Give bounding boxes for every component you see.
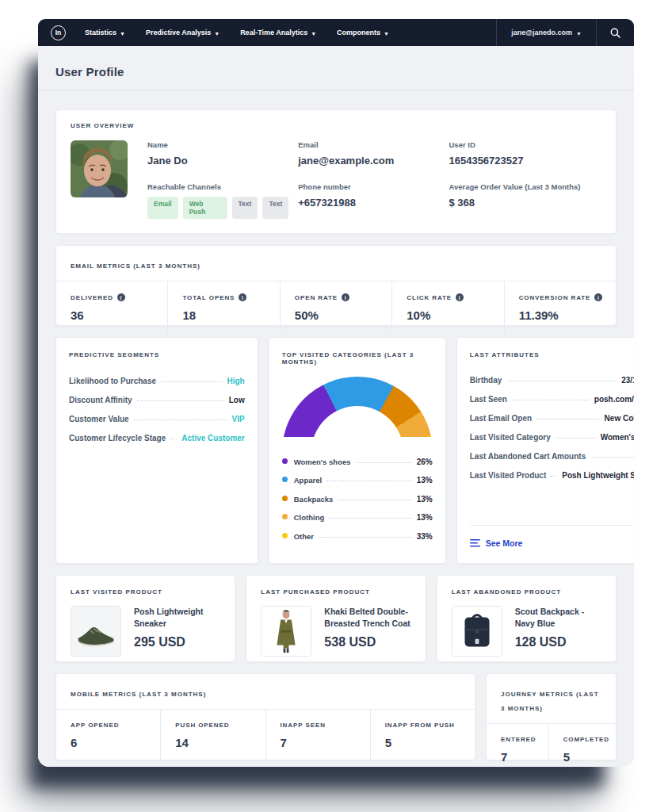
attribute-row: Last Email Open New Collection [470, 414, 634, 423]
gauge-legend: Women's shoes 26% Apparel 13% Backpacks [282, 458, 433, 551]
product-price: 295 USD [134, 635, 220, 649]
info-icon[interactable]: i [239, 293, 246, 301]
see-more-link[interactable]: See More [470, 538, 523, 548]
legend-item: Other 33% [282, 532, 433, 541]
section-label: JOURNEY METRICS (LAST 3 MONTHS) [501, 691, 599, 712]
field-phone: Phone number +657321988 [298, 182, 439, 219]
info-icon[interactable]: i [342, 293, 349, 301]
product-price: 128 USD [515, 635, 601, 649]
email-metrics-card: EMAIL METRICS (LAST 3 MONTHS) DELIVEREDi… [55, 245, 617, 326]
attribute-row: Last Seen posh.com/women [470, 395, 634, 404]
field-user-id: User ID 1654356723527 [449, 140, 601, 167]
legend-item: Women's shoes 26% [282, 458, 433, 466]
metric-click-rate: CLICK RATEi 10% [392, 282, 504, 336]
legend-bullet [282, 496, 288, 501]
channel-badge: Email [147, 197, 178, 219]
section-label: LAST ABANDONED PRODUCT [452, 588, 601, 596]
list-icon [470, 539, 480, 547]
dotted-leader [506, 381, 617, 381]
insider-logo[interactable]: In [51, 25, 66, 40]
section-label: LAST PURCHASED PRODUCT [261, 588, 410, 596]
chevron-down-icon: ▼ [311, 31, 316, 36]
product-name: Scout Backpack - Navy Blue [515, 606, 601, 630]
app-window: In Statistics ▼ Predictive Analysis ▼ Re… [38, 19, 634, 767]
metric-delivered: DELIVEREDi 36 [56, 282, 168, 336]
dotted-leader [170, 439, 177, 439]
legend-item: Backpacks 13% [282, 495, 433, 504]
channel-badge: Web Push [183, 197, 227, 219]
channel-badge: Text [232, 197, 258, 219]
search-icon [610, 28, 620, 38]
dotted-leader [134, 419, 227, 420]
attribute-row: Last Visited Category Women's Shoes [470, 433, 634, 442]
legend-bullet [282, 533, 288, 538]
nav-item-real-time-analytics[interactable]: Real-Time Analytics ▼ [240, 29, 316, 36]
segment-row: Likelihood to Purchase High [69, 377, 245, 385]
categories-gauge-chart [282, 377, 433, 437]
dotted-leader [551, 476, 557, 477]
section-label: MOBILE METRICS (LAST 3 MONTHS) [71, 691, 206, 698]
top-navbar: In Statistics ▼ Predictive Analysis ▼ Re… [38, 19, 634, 46]
metric-push-opened: PUSH OPENED 14 [161, 710, 265, 764]
nav-item-predictive-analysis[interactable]: Predictive Analysis ▼ [146, 29, 220, 36]
dotted-leader [356, 462, 412, 463]
chevron-down-icon: ▼ [384, 31, 389, 36]
user-overview-card: USER OVERVIEW [55, 109, 617, 234]
product-name: Khaki Belted Double-Breasted Trench Coat [324, 606, 410, 630]
product-price: 538 USD [324, 635, 410, 649]
legend-bullet [282, 458, 288, 464]
dotted-leader [338, 500, 411, 500]
page-title: User Profile [55, 46, 617, 90]
last-purchased-product-card: LAST PURCHASED PRODUCT [246, 575, 426, 662]
segment-row: Customer Value VIP [69, 415, 245, 423]
dotted-leader [319, 537, 412, 538]
channel-badge: Text [262, 197, 288, 219]
segment-row: Discount Affinity Low [69, 396, 245, 404]
metric-app-opened: APP OPENED 6 [56, 710, 161, 764]
metric-open-rate: OPEN RATEi 50% [281, 282, 392, 336]
attribute-row: Birthday 23/10/1991 [470, 376, 634, 385]
main-content: User Profile USER OVERVIEW [38, 46, 634, 767]
segment-row: Customer Lifecycle Stage Active Customer [69, 434, 245, 442]
field-email: Email jane@example.com [298, 140, 439, 167]
metric-entered: ENTERED 7 [487, 724, 549, 767]
field-name: Name Jane Do [147, 140, 288, 167]
trench-coat-image [261, 606, 311, 657]
dotted-leader [161, 381, 222, 382]
backpack-image [452, 606, 502, 657]
search-button[interactable] [596, 19, 634, 46]
field-average-order-value: Average Order Value (Last 3 Months) $ 36… [449, 182, 601, 219]
avatar-photo [71, 140, 128, 197]
metric-inapp-from-push: INAPP FROM PUSH 5 [371, 710, 475, 764]
journey-metrics-card: JOURNEY METRICS (LAST 3 MONTHS) ENTERED … [486, 673, 617, 760]
info-icon[interactable]: i [117, 293, 125, 301]
section-label: TOP VISITED CATEGORIES (LAST 3 MONTHS) [282, 351, 433, 366]
section-label: LAST ATTRIBUTES [470, 351, 634, 358]
legend-bullet [282, 514, 288, 519]
metric-inapp-seen: INAPP SEEN 7 [266, 710, 371, 764]
dotted-leader [512, 400, 590, 400]
section-label: EMAIL METRICS (LAST 3 MONTHS) [71, 262, 200, 270]
attribute-row: Last Abandoned Cart Amounts $295 [470, 452, 634, 461]
nav-item-statistics[interactable]: Statistics ▼ [85, 29, 125, 36]
legend-item: Apparel 13% [282, 476, 433, 485]
avatar [71, 140, 128, 197]
legend-bullet [282, 477, 288, 482]
top-visited-categories-card: TOP VISITED CATEGORIES (LAST 3 MONTHS) W… [269, 337, 446, 564]
last-abandoned-product-card: LAST ABANDONED PRODUCT Scout B [437, 575, 617, 662]
product-name: Posh Lightweight Sneaker [134, 606, 220, 630]
nav-item-components[interactable]: Components ▼ [337, 29, 389, 36]
info-icon[interactable]: i [594, 293, 602, 301]
metric-total-opens: TOTAL OPENSi 18 [168, 282, 280, 336]
metric-conversion-rate: CONVERSION RATEi 11.39% [505, 282, 616, 336]
mobile-metrics-card: MOBILE METRICS (LAST 3 MONTHS) APP OPENE… [55, 673, 475, 760]
chevron-down-icon: ▼ [120, 31, 125, 36]
sneaker-image [71, 606, 121, 657]
last-attributes-card: LAST ATTRIBUTES Birthday 23/10/1991 Last… [456, 337, 634, 564]
section-label: LAST VISITED PRODUCT [71, 588, 220, 596]
account-menu[interactable]: jane@janedo.com ▼ [496, 19, 596, 46]
info-icon[interactable]: i [456, 293, 464, 301]
field-reachable-channels: Reachable Channels Email Web Push Text T… [147, 182, 288, 219]
section-label: USER OVERVIEW [71, 122, 601, 129]
predictive-segments-card: PREDICTIVE SEGMENTS Likelihood to Purcha… [55, 337, 258, 564]
